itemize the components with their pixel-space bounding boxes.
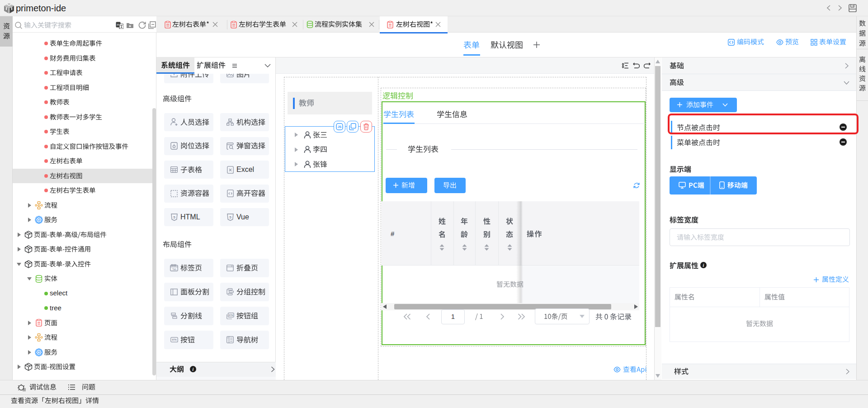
svg-text:i: i [193, 367, 194, 372]
svg-text:i: i [703, 263, 704, 268]
svg-text:JS: JS [338, 125, 342, 128]
svg-text:BTN: BTN [172, 339, 176, 341]
svg-text:5: 5 [229, 215, 231, 219]
svg-text:5: 5 [173, 215, 175, 219]
svg-text:Tab: Tab [172, 268, 176, 270]
svg-text:BTN: BTN [229, 314, 233, 316]
